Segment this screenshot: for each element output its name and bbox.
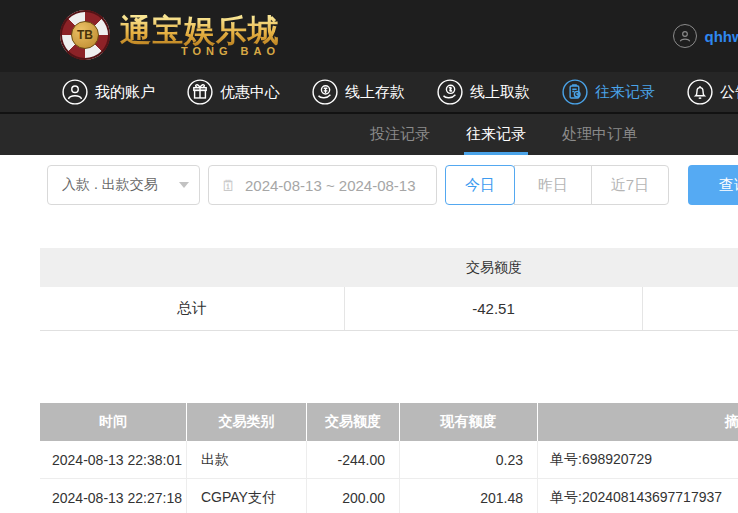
cell-amount: 200.00 (307, 479, 400, 513)
bell-icon (687, 79, 713, 105)
col-header-type: 交易类别 (187, 403, 307, 441)
cell-balance: 201.48 (400, 479, 538, 513)
logo-title: 通宝娱乐城 (120, 14, 280, 48)
last7days-button[interactable]: 近7日 (591, 165, 669, 205)
user-avatar-icon (673, 24, 697, 48)
summary-total-label: 总计 (40, 287, 345, 330)
col-header-balance: 现有额度 (400, 403, 538, 441)
transaction-type-select[interactable]: 入款 . 出款交易 (47, 165, 200, 205)
tab-betting-records[interactable]: 投注记录 (370, 114, 430, 155)
col-header-memo: 摘要 (538, 403, 738, 441)
transaction-type-value: 入款 . 出款交易 (62, 176, 179, 194)
cell-type: CGPAY支付 (187, 479, 307, 513)
nav-label: 优惠中心 (220, 83, 280, 102)
summary-total-value: -42.51 (345, 287, 643, 330)
tab-transaction-records[interactable]: 往来记录 (466, 114, 526, 155)
cell-memo: 单号:202408143697717937 (538, 479, 738, 513)
sub-tabbar: 投注记录 往来记录 处理中订单 (0, 112, 738, 155)
cell-time: 2024-08-13 22:38:01 (40, 441, 187, 479)
user-account[interactable]: qhhw2 (673, 24, 738, 48)
top-header: TB 通宝娱乐城 TONG BAO qhhw2 (0, 0, 738, 72)
logo-text: 通宝娱乐城 TONG BAO (120, 14, 280, 57)
cell-memo: 单号:698920729 (538, 441, 738, 479)
quick-date-group: 今日 昨日 近7日 (445, 165, 669, 205)
nav-item-my-account[interactable]: 我的账户 (62, 79, 155, 105)
nav-label: 往来记录 (595, 83, 655, 102)
table-row: 2024-08-13 22:27:18 CGPAY支付 200.00 201.4… (40, 479, 738, 513)
nav-item-announcements[interactable]: 公告 (687, 79, 738, 105)
page: TB 通宝娱乐城 TONG BAO qhhw2 我的账户 (0, 0, 738, 513)
deposit-icon (312, 79, 338, 105)
site-logo[interactable]: TB 通宝娱乐城 TONG BAO (60, 10, 280, 60)
nav-label: 我的账户 (95, 83, 155, 102)
col-header-amount: 交易额度 (307, 403, 400, 441)
chevron-down-icon (179, 182, 189, 188)
gift-icon (187, 79, 213, 105)
cell-amount: -244.00 (307, 441, 400, 479)
cell-time: 2024-08-13 22:27:18 (40, 479, 187, 513)
summary-header-label: 交易额度 (345, 248, 643, 287)
cell-balance: 0.23 (400, 441, 538, 479)
col-header-time: 时间 (40, 403, 187, 441)
nav-label: 线上存款 (345, 83, 405, 102)
nav-item-withdraw[interactable]: 线上取款 (437, 79, 530, 105)
nav-item-deposit[interactable]: 线上存款 (312, 79, 405, 105)
poker-chip-icon: TB (60, 10, 110, 60)
table-header-row: 时间 交易类别 交易额度 现有额度 摘要 (40, 403, 738, 441)
main-nav: 我的账户 优惠中心 线上存款 (0, 72, 738, 112)
chip-tb-monogram: TB (71, 21, 99, 49)
search-button[interactable]: 查询 (688, 165, 738, 205)
user-icon (62, 79, 88, 105)
tab-pending-orders[interactable]: 处理中订单 (562, 114, 637, 155)
yesterday-button[interactable]: 昨日 (514, 165, 592, 205)
date-range-input[interactable]: 🗓 2024-08-13 ~ 2024-08-13 (208, 165, 437, 205)
table-body: 2024-08-13 22:38:01 出款 -244.00 0.23 单号:6… (40, 441, 738, 513)
today-button[interactable]: 今日 (445, 165, 515, 205)
date-range-value: 2024-08-13 ~ 2024-08-13 (245, 177, 416, 194)
nav-label: 线上取款 (470, 83, 530, 102)
username[interactable]: qhhw2 (705, 28, 738, 45)
calendar-icon: 🗓 (221, 178, 236, 193)
summary-table: 交易额度 总计 -42.51 (40, 248, 738, 331)
tabs: 投注记录 往来记录 处理中订单 (370, 114, 637, 155)
summary-total-row: 总计 -42.51 (40, 287, 738, 331)
transactions-table: 时间 交易类别 交易额度 现有额度 摘要 2024-08-13 22:38:01… (40, 403, 738, 513)
logo-subtitle: TONG BAO (181, 45, 280, 57)
withdraw-icon (437, 79, 463, 105)
nav-item-promotions[interactable]: 优惠中心 (187, 79, 280, 105)
table-row: 2024-08-13 22:38:01 出款 -244.00 0.23 单号:6… (40, 441, 738, 479)
summary-header-row: 交易额度 (40, 248, 738, 287)
nav-item-transaction-records[interactable]: 往来记录 (562, 79, 655, 105)
cell-type: 出款 (187, 441, 307, 479)
nav-label: 公告 (720, 83, 738, 102)
records-icon (562, 79, 588, 105)
